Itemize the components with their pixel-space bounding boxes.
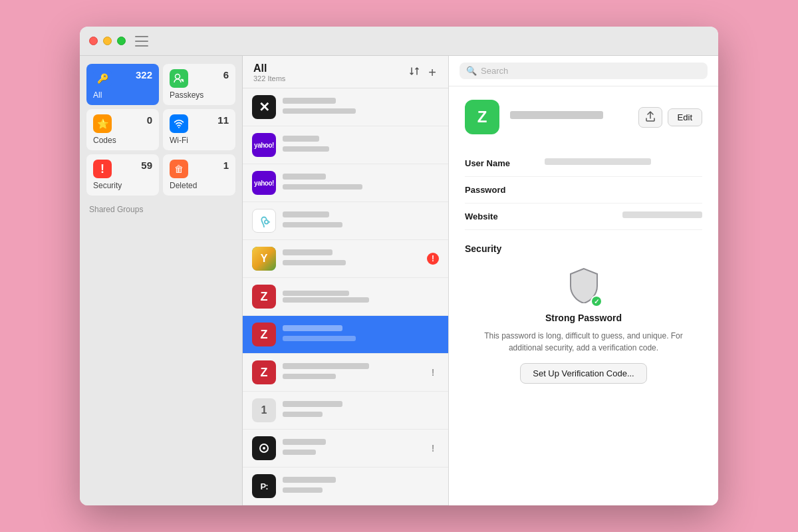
detail-title-area xyxy=(510,111,628,123)
exclaim-badge: ! xyxy=(427,366,439,378)
passkeys-label: Passkeys xyxy=(170,90,229,100)
warning-badge: ! xyxy=(427,253,439,265)
fullscreen-button[interactable] xyxy=(117,37,126,45)
all-label: All xyxy=(93,90,152,100)
website-label: Website xyxy=(465,211,545,221)
sidebar-item-codes[interactable]: ⭐ 0 Codes xyxy=(86,109,159,150)
sidebar-item-all[interactable]: 🔑 322 All xyxy=(86,64,159,105)
exclaim-badge2: ! xyxy=(427,442,439,454)
list-item[interactable]: yahoo! xyxy=(243,126,448,164)
item-sub xyxy=(283,336,439,344)
passkeys-count: 6 xyxy=(223,69,229,80)
setup-verification-button[interactable]: Set Up Verification Code... xyxy=(520,363,646,384)
svg-point-4 xyxy=(263,447,265,450)
search-input-wrap: 🔍 xyxy=(460,63,708,79)
item-icon-1: 1 xyxy=(252,398,276,422)
list-subtitle: 322 Items xyxy=(253,74,285,82)
security-section: Security ✓ Strong Password This password… xyxy=(465,243,702,384)
sidebar-item-wifi[interactable]: 11 Wi-Fi xyxy=(163,109,235,150)
list-title: All xyxy=(253,63,285,74)
item-name xyxy=(283,477,439,487)
item-name xyxy=(283,249,423,259)
list-item[interactable]: ! xyxy=(243,430,448,467)
list-item[interactable] xyxy=(243,202,448,240)
security-count: 59 xyxy=(141,160,152,171)
item-sub xyxy=(283,374,423,382)
item-name xyxy=(283,174,439,184)
item-sub xyxy=(283,487,439,495)
item-icon-health xyxy=(252,209,276,233)
item-icon-zotero3: Z xyxy=(252,360,276,384)
codes-icon: ⭐ xyxy=(93,114,112,133)
list-item[interactable]: Z xyxy=(243,278,448,316)
website-value xyxy=(545,211,702,221)
password-label: Password xyxy=(465,185,545,195)
list-panel: All 322 Items + ✕ xyxy=(243,56,449,505)
list-header: All 322 Items + xyxy=(243,56,448,88)
minimize-button[interactable] xyxy=(103,37,112,45)
svg-point-0 xyxy=(176,74,180,79)
sidebar-item-deleted[interactable]: 🗑 1 Deleted xyxy=(163,154,235,196)
item-sub xyxy=(283,412,439,420)
item-sub xyxy=(283,146,439,154)
check-badge: ✓ xyxy=(591,295,602,307)
item-icon-1password xyxy=(252,436,276,460)
detail-header: Z Edit xyxy=(465,100,702,134)
share-button[interactable] xyxy=(638,107,662,128)
item-name xyxy=(283,325,439,335)
list-item[interactable]: P: xyxy=(243,467,448,505)
list-item-selected[interactable]: Z xyxy=(243,316,448,354)
list-item[interactable]: Z ! xyxy=(243,354,448,392)
sidebar-item-passkeys[interactable]: 6 Passkeys xyxy=(163,64,235,105)
item-icon-yahoo1: yahoo! xyxy=(252,133,276,157)
list-item[interactable]: Y ! xyxy=(243,240,448,278)
field-password: Password xyxy=(465,177,702,203)
item-name xyxy=(283,401,439,411)
sidebar: 🔑 322 All 6 Passkeys xyxy=(80,56,243,505)
detail-avatar: Z xyxy=(465,100,499,134)
item-sub xyxy=(283,108,439,116)
item-icon-zotero1: Z xyxy=(252,285,276,309)
codes-label: Codes xyxy=(93,136,152,145)
item-name xyxy=(283,136,439,146)
security-status-desc: This password is long, difficult to gues… xyxy=(484,330,684,354)
shield-icon: ✓ xyxy=(568,267,600,306)
content-area: 🔑 322 All 6 Passkeys xyxy=(80,56,718,505)
detail-actions: Edit xyxy=(638,107,702,128)
security-status: ✓ Strong Password This password is long,… xyxy=(465,267,702,384)
wifi-icon xyxy=(170,114,188,133)
detail-app-name xyxy=(510,111,603,119)
item-icon-yubikey: Y xyxy=(252,247,276,271)
item-icon-x: ✕ xyxy=(252,95,276,119)
main-window: 🔑 322 All 6 Passkeys xyxy=(80,27,718,505)
passkeys-icon xyxy=(170,69,188,88)
sidebar-item-security[interactable]: ! 59 Security xyxy=(86,154,159,196)
deleted-icon: 🗑 xyxy=(170,160,188,178)
edit-button[interactable]: Edit xyxy=(668,108,702,126)
security-status-title: Strong Password xyxy=(545,313,622,323)
item-sub xyxy=(283,260,423,268)
add-button[interactable]: + xyxy=(427,64,438,82)
list-item[interactable]: yahoo! xyxy=(243,164,448,202)
shared-groups-label: Shared Groups xyxy=(86,205,235,214)
security-icon: ! xyxy=(93,160,112,178)
list-item[interactable]: ✕ xyxy=(243,88,448,126)
deleted-label: Deleted xyxy=(170,181,229,190)
item-sub xyxy=(283,222,439,230)
detail-panel: 🔍 Z Edit xyxy=(449,56,718,505)
item-icon-zotero2: Z xyxy=(252,323,276,346)
sort-button[interactable] xyxy=(407,64,422,82)
close-button[interactable] xyxy=(89,37,98,45)
all-count: 322 xyxy=(136,69,152,80)
search-input[interactable] xyxy=(481,66,701,76)
username-label: User Name xyxy=(465,158,545,168)
item-name xyxy=(283,291,439,303)
item-sub xyxy=(283,184,439,192)
item-icon-yahoo2: yahoo! xyxy=(252,171,276,195)
category-grid: 🔑 322 All 6 Passkeys xyxy=(86,64,235,196)
list-item[interactable]: 1 xyxy=(243,392,448,430)
wifi-count: 11 xyxy=(217,114,229,126)
search-icon: 🔍 xyxy=(466,66,477,76)
detail-content: Z Edit User Name xyxy=(449,86,718,505)
sidebar-toggle-button[interactable] xyxy=(135,36,148,47)
